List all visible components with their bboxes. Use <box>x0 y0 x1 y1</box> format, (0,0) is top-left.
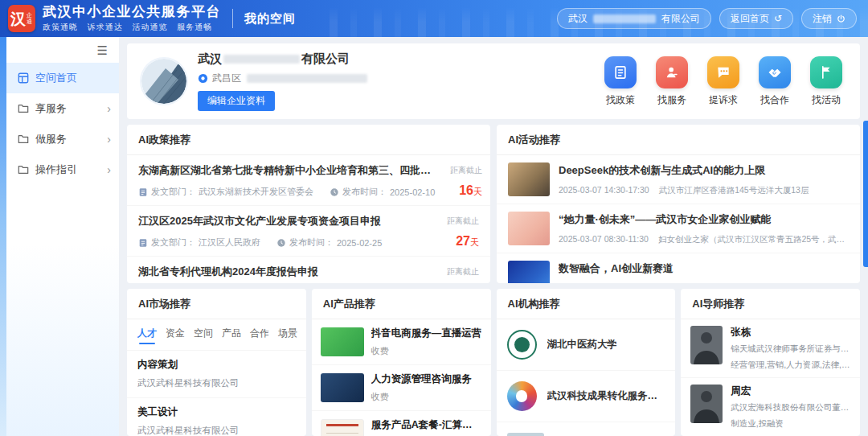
mentor-item[interactable]: 周宏 武汉宏海科技股份有限公司董事长 制造业,投融资 <box>681 377 860 436</box>
recommendation-row-bottom: AI市场推荐 人才 资金 空间 产品 合作 场景 内容策划 武汉武科星科技有限公… <box>127 289 860 436</box>
market-tab-product[interactable]: 产品 <box>222 327 241 344</box>
activity-thumbnail <box>508 162 550 196</box>
top-navbar: 汉 企通 武汉中小企业公共服务平台 政策通晓 诉求通达 活动通览 服务通畅 我的… <box>0 0 868 37</box>
mentor-portrait <box>690 326 723 364</box>
power-icon <box>837 14 845 23</box>
fee-badge: 收费 <box>371 345 482 357</box>
chevron-right-icon: › <box>107 134 111 145</box>
product-item[interactable]: 服务产品A套餐-汇算清缴 收费 <box>312 410 491 436</box>
address-redacted <box>247 74 367 83</box>
market-tab-cooperation[interactable]: 合作 <box>250 327 269 344</box>
location-pin-icon <box>198 73 208 84</box>
company-prefix: 武汉 <box>568 12 588 26</box>
institution-item[interactable]: 湖北中医药大学 <box>497 319 676 370</box>
ai-market-card: AI市场推荐 人才 资金 空间 产品 合作 场景 内容策划 武汉武科星科技有限公… <box>127 289 306 436</box>
institution-item[interactable]: 武汉科技成果转化服务中心 <box>497 370 676 422</box>
product-item[interactable]: 人力资源管理咨询服务 收费 <box>312 364 491 410</box>
back-home-button[interactable]: 返回首页 ↺ <box>719 8 793 29</box>
edit-company-profile-button[interactable]: 编辑企业资料 <box>198 91 275 111</box>
quick-action-find-service[interactable]: 找服务 <box>656 56 688 107</box>
ai-policy-title: AI政策推荐 <box>127 125 490 155</box>
folder-icon <box>18 164 29 175</box>
activity-item[interactable]: DeepSeek的技术创新与生成式AI的能力上限 2025-03-07 14:3… <box>497 155 860 204</box>
policy-title-text[interactable]: 东湖高新区湖北省第七批专精特新中小企业培育和第三、四批专精特新中小... <box>138 163 436 178</box>
policy-item[interactable]: 湖北省专利代理机构2024年度报告申报 发文部门：省知识产权局 发布时间：202… <box>127 256 490 283</box>
ai-mentor-title: AI导师推荐 <box>681 289 860 319</box>
page: 汉 企通 武汉中小企业公共服务平台 政策通晓 诉求通达 活动通览 服务通畅 我的… <box>0 0 868 436</box>
company-address: 武昌区 <box>198 72 369 85</box>
market-item[interactable]: 内容策划 武汉武科星科技有限公司 <box>127 351 306 397</box>
ai-activity-title: AI活动推荐 <box>497 125 860 155</box>
product-thumbnail <box>321 419 364 436</box>
ai-market-title: AI市场推荐 <box>127 289 306 319</box>
policy-date: 发布时间：2025-02-25 <box>276 237 382 249</box>
quick-action-find-cooperation[interactable]: 找合作 <box>759 56 791 107</box>
current-company-button[interactable]: 武汉有限公司 <box>557 8 711 29</box>
chevron-right-icon: › <box>107 164 111 175</box>
quick-actions: 找政策 找服务 提诉求 <box>604 56 842 107</box>
market-tab-space[interactable]: 空间 <box>194 327 213 344</box>
sidebar-item-space-home[interactable]: 空间首页 <box>6 63 119 93</box>
clock-icon <box>330 187 339 197</box>
activity-item[interactable]: 数智融合，AI创业新赛道 2025-03-06 14:30-17:30武汉经开区… <box>497 253 860 283</box>
mentor-item[interactable]: 张栋 锦天城武汉律师事务所证券与资本市场部... 经营管理,营销,人力资源,法律… <box>681 319 860 377</box>
clock-icon <box>276 238 286 248</box>
market-tab-funding[interactable]: 资金 <box>166 327 185 344</box>
sidebar: ☰ 空间首页 享服务 › 做服务 › 操作指引 › <box>6 37 119 436</box>
deadline-label: 距离截止 <box>432 266 479 278</box>
find-service-icon <box>656 56 688 88</box>
product-thumbnail <box>321 373 364 402</box>
header-actions: 武汉有限公司 返回首页 ↺ 注销 <box>557 8 857 29</box>
platform-logo[interactable]: 汉 企通 <box>8 5 35 32</box>
university-seal-logo <box>507 330 537 360</box>
header-divider <box>232 9 233 28</box>
deadline-days: 27天 <box>432 234 479 249</box>
activity-time: 2025-03-07 14:30-17:30 <box>559 185 649 195</box>
flag-icon <box>810 56 842 88</box>
policy-title-text[interactable]: 湖北省专利代理机构2024年度报告申报 <box>138 265 373 279</box>
sidebar-item-enjoy-services[interactable]: 享服务 › <box>6 93 119 124</box>
policy-item[interactable]: 江汉区2025年武汉市文化产业发展专项资金项目申报 发文部门：江汉区人民政府 发… <box>127 205 490 256</box>
activity-time: 2025-03-07 08:30-11:30 <box>559 234 649 244</box>
quick-action-find-policy[interactable]: 找政策 <box>604 56 637 107</box>
institution-item[interactable]: 武汉生物技术研究院 <box>497 422 676 436</box>
company-avatar <box>141 59 186 104</box>
floating-side-widget[interactable] <box>863 121 868 267</box>
policy-date: 发布时间：2025-02-10 <box>330 186 435 198</box>
quick-action-find-activity[interactable]: 找活动 <box>810 56 842 107</box>
handshake-icon <box>759 56 791 88</box>
logout-button[interactable]: 注销 <box>801 8 857 29</box>
activity-title-text[interactable]: “她力量·创未来”——武汉市女企业家创业赋能 <box>559 212 849 227</box>
chevron-right-icon: › <box>107 103 111 114</box>
platform-slogan: 政策通晓 诉求通达 活动通览 服务通畅 <box>43 22 221 33</box>
quick-action-submit-appeal[interactable]: 提诉求 <box>707 56 739 107</box>
product-thumbnail <box>321 327 364 356</box>
market-tab-talent[interactable]: 人才 <box>137 327 157 344</box>
ai-product-title: AI产品推荐 <box>312 289 491 319</box>
activity-title-text[interactable]: 数智融合，AI创业新赛道 <box>559 261 845 276</box>
policy-item[interactable]: 东湖高新区湖北省第七批专精特新中小企业培育和第三、四批专精特新中小... 发文部… <box>127 155 490 205</box>
activity-item[interactable]: “她力量·创未来”——武汉市女企业家创业赋能 2025-03-07 08:30-… <box>497 204 860 253</box>
activity-title-text[interactable]: DeepSeek的技术创新与生成式AI的能力上限 <box>559 163 809 178</box>
sidebar-item-do-services[interactable]: 做服务 › <box>6 124 119 154</box>
market-tab-scene[interactable]: 场景 <box>278 327 297 344</box>
building-photo <box>141 59 186 104</box>
market-tabs: 人才 资金 空间 产品 合作 场景 <box>127 319 306 351</box>
sidebar-item-operation-guide[interactable]: 操作指引 › <box>6 154 119 185</box>
deadline-label: 距离截止 <box>436 165 482 176</box>
sidebar-collapse-button[interactable]: ☰ <box>6 37 119 63</box>
tab-my-space[interactable]: 我的空间 <box>244 11 296 27</box>
ai-mentor-card: AI导师推荐 张栋 锦天城武汉律师事务所证券与资本市场部... 经营管理,营销,… <box>681 289 860 436</box>
market-item[interactable]: 美工设计 武汉武科星科技有限公司 <box>127 397 306 436</box>
mentor-portrait <box>690 385 723 423</box>
product-item[interactable]: 抖音电商服务—直播运营 收费 <box>312 319 491 364</box>
company-info: 武汉有限公司 武昌区 编辑企业资料 <box>198 51 369 111</box>
policy-dept: 发文部门：江汉区人民政府 <box>138 237 260 249</box>
policy-dept: 发文部门：武汉东湖新技术开发区管委会 <box>138 186 313 198</box>
recommendation-row-top: AI政策推荐 东湖高新区湖北省第七批专精特新中小企业培育和第三、四批专精特新中小… <box>127 125 860 283</box>
policy-title-text[interactable]: 江汉区2025年武汉市文化产业发展专项资金项目申报 <box>138 214 382 228</box>
body-wrap: ☰ 空间首页 享服务 › 做服务 › 操作指引 › <box>0 37 868 436</box>
company-profile-card: 武汉有限公司 武昌区 编辑企业资料 找政策 <box>127 43 860 119</box>
main-content: 武汉有限公司 武昌区 编辑企业资料 找政策 <box>119 37 868 436</box>
ai-activity-card: AI活动推荐 DeepSeek的技术创新与生成式AI的能力上限 2025-03-… <box>497 125 860 283</box>
